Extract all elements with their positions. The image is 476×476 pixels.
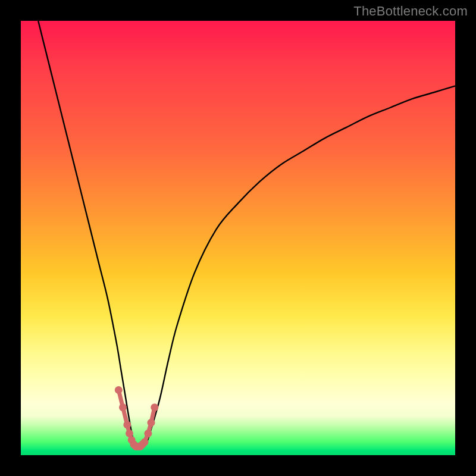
watermark-text: TheBottleneck.com — [353, 4, 468, 19]
marker-dot — [148, 419, 155, 427]
marker-dot — [126, 430, 133, 437]
marker-group — [115, 386, 158, 450]
marker-dot — [119, 403, 127, 411]
marker-dot — [151, 403, 158, 411]
marker-dot — [141, 439, 149, 446]
marker-dot — [123, 421, 131, 428]
marker-dot — [144, 430, 152, 437]
marker-dot — [115, 386, 123, 394]
bottleneck-curve — [38, 21, 455, 447]
curve-svg — [21, 21, 455, 455]
chart-frame: TheBottleneck.com — [0, 0, 476, 476]
plot-area — [21, 21, 455, 455]
